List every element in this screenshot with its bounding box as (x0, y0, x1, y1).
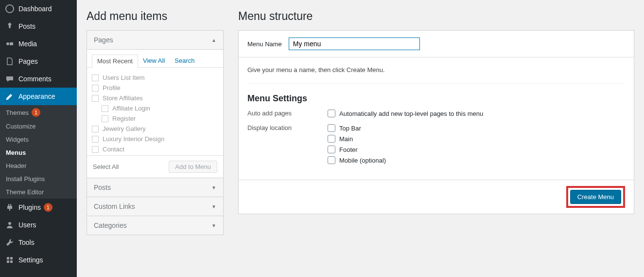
sidebar-subitem-themes[interactable]: Themes1 (0, 105, 77, 120)
sidebar-label: Settings (18, 256, 43, 264)
plugins-icon (5, 203, 15, 212)
create-menu-button[interactable]: Create Menu (570, 190, 621, 204)
checkbox[interactable] (102, 115, 108, 122)
sidebar-label: Dashboard (18, 5, 52, 13)
checkbox[interactable] (328, 124, 335, 132)
sidebar-submenu-appearance: Themes1 Customize Widgets Menus Header I… (0, 105, 77, 199)
list-item[interactable]: Profile (92, 83, 218, 93)
settings-icon (5, 255, 15, 265)
list-item[interactable]: Jewelry Gallery (92, 124, 218, 134)
sidebar-subitem-install-plugins[interactable]: Install Plugins (0, 172, 77, 185)
menu-structure-column: Menu structure Menu Name Give your menu … (238, 0, 634, 235)
menu-name-label: Menu Name (247, 40, 282, 48)
list-item[interactable]: Luxury Interior Design (92, 134, 218, 144)
location-option-mobile[interactable]: Mobile (optional) (328, 156, 625, 164)
menu-name-input[interactable] (289, 37, 420, 50)
menu-settings-heading: Menu Settings (247, 93, 625, 104)
accordion-custom-links: Custom Links ▼ (87, 197, 224, 216)
checkbox[interactable] (92, 136, 99, 143)
accordion-categories: Categories ▼ (87, 216, 224, 235)
checkbox[interactable] (92, 85, 99, 92)
instruction-text: Give your menu a name, then click Create… (247, 66, 625, 74)
checkbox[interactable] (328, 110, 335, 117)
tab-search[interactable]: Search (170, 55, 199, 67)
location-option-footer[interactable]: Footer (328, 146, 625, 153)
sidebar-item-media[interactable]: Media (0, 35, 77, 53)
chevron-down-icon: ▼ (211, 223, 216, 228)
svg-point-1 (6, 42, 9, 45)
list-item[interactable]: Affiliate Login (92, 103, 218, 113)
sidebar-item-users[interactable]: Users (0, 216, 77, 234)
sidebar-subitem-theme-editor[interactable]: Theme Editor (0, 185, 77, 199)
menu-structure-heading: Menu structure (238, 10, 634, 23)
select-all-link[interactable]: Select All (93, 163, 119, 170)
sidebar-item-settings[interactable]: Settings (0, 251, 77, 269)
users-icon (5, 220, 15, 230)
pin-icon (5, 21, 15, 31)
accordion-header-pages[interactable]: Pages ▲ (87, 31, 223, 50)
admin-sidebar: Dashboard Posts Media Pages Comments App… (0, 0, 77, 277)
divider (247, 83, 625, 84)
accordion-header-posts[interactable]: Posts ▼ (87, 178, 223, 197)
tools-icon (5, 238, 15, 247)
sidebar-item-plugins[interactable]: Plugins 1 (0, 199, 77, 216)
accordion-header-categories[interactable]: Categories ▼ (87, 216, 223, 235)
list-item[interactable]: Register (92, 113, 218, 124)
add-menu-heading: Add menu items (87, 10, 224, 23)
sidebar-label: Users (18, 221, 36, 229)
location-option-main[interactable]: Main (328, 135, 625, 143)
checkbox[interactable] (328, 146, 335, 153)
add-menu-items-column: Add menu items Pages ▲ Most Recent View … (87, 0, 224, 235)
appearance-icon (5, 92, 15, 101)
sidebar-item-dashboard[interactable]: Dashboard (0, 0, 77, 18)
sidebar-item-comments[interactable]: Comments (0, 70, 77, 88)
accordion-header-custom-links[interactable]: Custom Links ▼ (87, 197, 223, 216)
main-content: Add menu items Pages ▲ Most Recent View … (77, 0, 644, 277)
sidebar-subitem-customize[interactable]: Customize (0, 120, 77, 133)
svg-rect-6 (10, 260, 13, 263)
sidebar-item-appearance[interactable]: Appearance (0, 88, 77, 105)
sidebar-label: Plugins (18, 203, 41, 211)
list-item[interactable]: Store Affiliates (92, 93, 218, 103)
checkbox[interactable] (92, 146, 99, 153)
svg-rect-5 (7, 260, 9, 263)
checkbox[interactable] (328, 156, 335, 164)
checkbox[interactable] (102, 105, 108, 112)
checkbox[interactable] (92, 126, 99, 132)
sidebar-item-posts[interactable]: Posts (0, 18, 77, 35)
chevron-up-icon: ▲ (211, 37, 216, 43)
highlight-annotation: Create Menu (566, 186, 625, 208)
checkbox[interactable] (92, 74, 99, 81)
location-option-topbar[interactable]: Top Bar (328, 124, 625, 132)
sidebar-subitem-header[interactable]: Header (0, 159, 77, 172)
list-item[interactable]: Users List Item (92, 73, 218, 83)
pages-icon (5, 56, 15, 66)
list-item[interactable]: Contact (92, 144, 218, 154)
tab-most-recent[interactable]: Most Recent (92, 55, 138, 68)
tab-view-all[interactable]: View All (138, 55, 170, 67)
sidebar-item-tools[interactable]: Tools (0, 234, 77, 251)
auto-add-option[interactable]: Automatically add new top-level pages to… (328, 110, 625, 117)
sidebar-label: Media (18, 40, 37, 48)
pages-tabs: Most Recent View All Search (87, 50, 223, 68)
checkbox[interactable] (328, 135, 335, 143)
sidebar-subitem-widgets[interactable]: Widgets (0, 133, 77, 146)
sidebar-label: Tools (18, 239, 35, 246)
update-badge: 1 (44, 203, 52, 212)
checkbox[interactable] (92, 95, 99, 102)
dashboard-icon (5, 4, 15, 14)
add-to-menu-button[interactable]: Add to Menu (169, 161, 217, 173)
media-icon (5, 39, 15, 49)
accordion-posts: Posts ▼ (87, 178, 224, 197)
auto-add-label: Auto add pages (247, 110, 328, 120)
svg-rect-3 (7, 257, 9, 259)
pages-list[interactable]: Users List Item Profile Store Affiliates… (87, 68, 223, 155)
sidebar-subitem-menus[interactable]: Menus (0, 146, 77, 159)
svg-point-2 (8, 222, 11, 225)
sidebar-item-pages[interactable]: Pages (0, 53, 77, 70)
menu-panel: Menu Name Give your menu a name, then cl… (238, 30, 634, 214)
update-badge: 1 (32, 108, 40, 117)
comments-icon (5, 74, 15, 84)
sidebar-label: Pages (18, 57, 38, 65)
display-location-label: Display location (247, 124, 328, 167)
